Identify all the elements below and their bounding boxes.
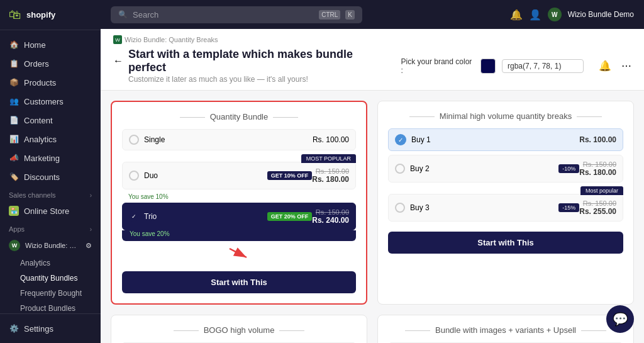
more-options-icon[interactable]: ⋯ [621, 60, 631, 72]
buy1-label: Buy 1 [411, 135, 579, 144]
wizio-label: Wizio Bundle: Quantit... [25, 242, 79, 249]
brand-color-input[interactable] [502, 59, 584, 73]
quantity-bundle-card: Quantity Bundle Single Rs. 100.00 MOST P… [111, 101, 367, 305]
brand-color-swatch[interactable] [480, 59, 496, 74]
bundle-row-buy2[interactable]: Buy 2 -10% Rs. 150.00 Rs. 180.00 [388, 155, 623, 183]
duo-badge: GET 10% OFF [267, 171, 313, 180]
sidebar-item-online-store[interactable]: 🏪 Online Store [0, 201, 101, 220]
settings-bottom-icon: ⚙️ [9, 323, 19, 334]
wizio-settings-icon[interactable]: ⚙ [86, 242, 92, 250]
user-icon[interactable]: 👤 [529, 9, 541, 21]
sidebar-item-customers[interactable]: 👥 Customers [0, 92, 101, 111]
single-label: Single [144, 135, 313, 144]
sidebar-item-content[interactable]: 📄 Content [0, 111, 101, 130]
main-content: 🔍 CTRL K 🔔 👤 W Wizio Bundle Demo W Wizio… [101, 0, 644, 343]
duo-original-price: Rs. 150.00 [312, 167, 349, 175]
content-icon: 📄 [9, 115, 19, 125]
duo-wrapper: MOST POPULAR Duo GET 10% OFF Rs. 150.00 … [122, 154, 356, 203]
home-icon: 🏠 [9, 40, 19, 50]
search-input[interactable] [133, 10, 314, 20]
trio-badge: GET 20% OFF [267, 212, 313, 221]
bundle-row-buy3[interactable]: Buy 3 -15% Rs. 150.00 Rs. 255.00 [388, 194, 623, 222]
duo-save-text: You save 10% [122, 193, 356, 203]
search-bar[interactable]: 🔍 CTRL K [111, 6, 362, 23]
buy3-current: Rs. 255.00 [579, 207, 616, 216]
ctrl-badge: CTRL [319, 10, 340, 20]
buy3-badge: -15% [558, 203, 579, 212]
minimal-high-volume-inner: Minimal high volume quantity breaks Buy … [378, 101, 633, 264]
bundle-row-buy1[interactable]: Buy 1 Rs. 100.00 [388, 128, 623, 151]
shopify-logo-icon: 🛍 [9, 8, 21, 22]
quantity-bundle-start-btn[interactable]: Start with This [122, 271, 356, 293]
marketing-icon: 📣 [9, 153, 19, 163]
page-title-row: ← Start with a template which makes bund… [113, 48, 631, 90]
brand-color-row: Pick your brand color : [401, 57, 584, 75]
sidebar-item-home[interactable]: 🏠 Home [0, 35, 101, 54]
sidebar-item-content-label: Content [24, 116, 53, 125]
sidebar-bottom: ⚙️ Settings [0, 313, 101, 343]
breadcrumb: W Wizio Bundle: Quantity Breaks [113, 35, 631, 44]
buy2-badge: -10% [558, 164, 579, 173]
wizio-badge: W [9, 240, 20, 251]
expand-icon: › [90, 192, 92, 199]
bundle-row-duo[interactable]: Duo GET 10% OFF Rs. 150.00 Rs. 180.00 [122, 162, 356, 189]
trio-save-text: You save 20% [122, 230, 356, 241]
page-title: Start with a template which makes bundle… [128, 48, 391, 74]
sidebar-item-orders[interactable]: 📋 Orders [0, 54, 101, 73]
trio-original-price: Rs. 150.00 [312, 208, 349, 216]
notification-bell-icon[interactable]: 🔔 [599, 60, 611, 72]
store-avatar: W [548, 8, 562, 21]
breadcrumb-logo: W [113, 35, 122, 44]
trio-current-price: Rs. 240.00 [312, 216, 349, 225]
single-radio [129, 135, 139, 145]
sidebar-sub-quantity-bundles[interactable]: Quantity Bundles [0, 271, 101, 286]
orders-icon: 📋 [9, 59, 19, 69]
chat-button[interactable]: 💬 [606, 305, 634, 333]
topbar-right: 🔔 👤 W Wizio Bundle Demo [510, 8, 634, 21]
most-popular-badge: MOST POPULAR [301, 154, 356, 163]
sidebar-item-analytics-label: Analytics [24, 135, 57, 144]
templates-grid: Quantity Bundle Single Rs. 100.00 MOST P… [111, 101, 634, 343]
analytics-icon: 📊 [9, 134, 19, 144]
back-arrow-icon[interactable]: ← [113, 55, 123, 67]
trio-check [129, 211, 139, 222]
buy3-original: Rs. 150.00 [579, 200, 616, 207]
minimal-start-btn[interactable]: Start with This [388, 232, 623, 254]
breadcrumb-text: Wizio Bundle: Quantity Breaks [125, 36, 218, 43]
store-name: Wizio Bundle Demo [568, 10, 634, 19]
duo-radio [129, 171, 139, 181]
topbar: 🔍 CTRL K 🔔 👤 W Wizio Bundle Demo [101, 0, 644, 29]
sidebar-item-wizio[interactable]: W Wizio Bundle: Quantit... ⚙ [0, 235, 101, 256]
buy1-check [395, 134, 406, 145]
buy3-popular-badge: Most popular [580, 186, 623, 195]
buy1-price: Rs. 100.00 [579, 135, 616, 144]
bundle-images-card: Bundle with images + variants + Upsell S… [377, 315, 634, 343]
notification-icon[interactable]: 🔔 [510, 9, 523, 21]
online-store-icon: 🏪 [9, 206, 19, 216]
sidebar-item-marketing[interactable]: 📣 Marketing [0, 149, 101, 167]
apps-expand-icon: › [90, 226, 92, 233]
buy2-radio [395, 164, 405, 174]
sidebar-item-products[interactable]: 📦 Products [0, 73, 101, 92]
products-icon: 📦 [9, 77, 19, 87]
page-subtitle: Customize it later as much as you like —… [128, 75, 308, 84]
sidebar-sub-analytics[interactable]: Analytics [0, 256, 101, 271]
sidebar-sub-frequently-bought[interactable]: Frequently Bought [0, 286, 101, 301]
sidebar-item-analytics[interactable]: 📊 Analytics [0, 130, 101, 149]
sidebar-item-online-store-label: Online Store [24, 206, 69, 216]
buy2-price: Rs. 150.00 Rs. 180.00 [579, 160, 616, 177]
settings-bottom-label: Settings [24, 324, 53, 334]
duo-current-price: Rs. 180.00 [312, 175, 349, 184]
sidebar-item-settings-bottom[interactable]: ⚙️ Settings [0, 319, 101, 338]
buy3-wrapper: Most popular Buy 3 -15% Rs. 150.00 Rs. 2… [388, 186, 623, 222]
shopify-title: shopify [26, 10, 55, 20]
sidebar-item-discounts[interactable]: 🏷️ Discounts [0, 167, 101, 186]
bundle-row-single[interactable]: Single Rs. 100.00 [122, 129, 356, 150]
sales-channels-label: Sales channels › [0, 186, 101, 201]
sidebar-header: 🛍 shopify [0, 0, 101, 30]
red-arrow [122, 244, 356, 262]
sidebar-sub-product-bundles[interactable]: Product Bundles [0, 301, 101, 313]
buy3-label: Buy 3 [410, 203, 555, 212]
page-header: W Wizio Bundle: Quantity Breaks ← Start … [101, 29, 644, 91]
bundle-row-trio[interactable]: Trio GET 20% OFF Rs. 150.00 Rs. 240.00 [122, 203, 356, 230]
